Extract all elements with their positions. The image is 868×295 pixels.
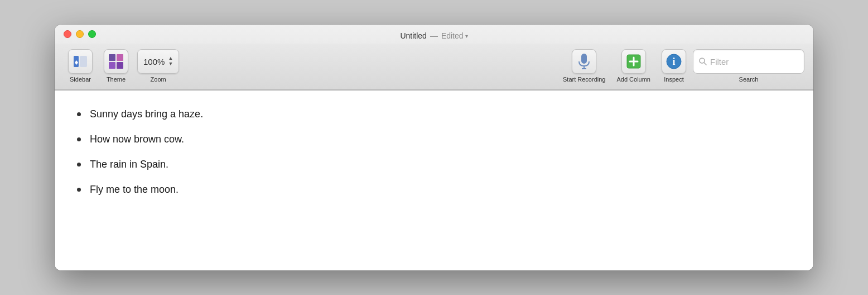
title-edited: Edited ▾ <box>441 31 468 40</box>
list-item-text: Sunny days bring a haze. <box>90 108 203 120</box>
search-container[interactable]: Filter Search <box>693 49 804 83</box>
add-column-icon <box>626 54 641 69</box>
add-column-icon-box <box>621 49 646 74</box>
svg-rect-7 <box>109 62 115 69</box>
bullet-dot <box>77 137 81 141</box>
search-icon <box>699 58 707 65</box>
minimize-button[interactable] <box>76 30 84 38</box>
chevron-down-icon: ▾ <box>465 33 468 39</box>
list-item: Fly me to the moon. <box>77 177 791 202</box>
close-button[interactable] <box>64 30 71 38</box>
title-text: Untitled <box>400 31 426 40</box>
list-item: The rain in Spain. <box>77 152 791 177</box>
zoom-label: Zoom <box>151 76 166 83</box>
bullet-dot <box>77 163 81 166</box>
bullet-dot <box>77 112 81 116</box>
search-field[interactable]: Filter <box>693 49 804 74</box>
list-item: How now brown cow. <box>77 127 791 152</box>
svg-rect-6 <box>117 54 123 61</box>
window-controls <box>64 30 96 38</box>
title-bar-top: Untitled — Edited ▾ <box>55 25 813 44</box>
title-bar: Untitled — Edited ▾ <box>55 25 813 91</box>
svg-rect-5 <box>109 54 115 61</box>
sidebar-button[interactable]: Sidebar <box>64 48 97 84</box>
list-item-text: The rain in Spain. <box>90 159 168 170</box>
add-column-button[interactable]: Add Column <box>612 48 655 84</box>
toolbar: Sidebar Theme 100% <box>55 44 813 90</box>
theme-button[interactable]: Theme <box>99 48 133 84</box>
title-separator: — <box>430 31 438 40</box>
search-placeholder-text: Filter <box>710 57 729 66</box>
bullet-list: Sunny days bring a haze.How now brown co… <box>77 102 791 202</box>
app-window: Untitled — Edited ▾ <box>55 25 813 270</box>
zoom-box: 100% ▲ ▼ <box>137 49 179 74</box>
svg-line-18 <box>704 63 706 65</box>
list-item-text: How now brown cow. <box>90 134 184 145</box>
list-item: Sunny days bring a haze. <box>77 102 791 127</box>
svg-text:i: i <box>672 56 675 67</box>
svg-rect-9 <box>581 54 587 64</box>
start-recording-label: Start Recording <box>563 76 605 83</box>
inspect-label: Inspect <box>664 76 683 83</box>
microphone-icon <box>578 54 590 69</box>
content-area: Sunny days bring a haze.How now brown co… <box>55 91 813 270</box>
window-title: Untitled — Edited ▾ <box>400 31 467 40</box>
sidebar-icon <box>74 56 87 67</box>
start-recording-icon-box <box>572 49 596 74</box>
add-column-label: Add Column <box>616 76 650 83</box>
stepper-down-icon: ▼ <box>168 61 173 67</box>
theme-label: Theme <box>107 76 126 83</box>
sidebar-icon-box <box>68 49 93 74</box>
inspect-icon: i <box>666 54 682 69</box>
inspect-button[interactable]: i Inspect <box>657 48 691 84</box>
maximize-button[interactable] <box>88 30 96 38</box>
zoom-button[interactable]: 100% ▲ ▼ Zoom <box>135 48 181 84</box>
theme-icon <box>109 54 123 69</box>
zoom-stepper: ▲ ▼ <box>168 56 173 67</box>
sidebar-label: Sidebar <box>70 76 91 83</box>
svg-rect-8 <box>117 62 123 69</box>
svg-rect-1 <box>80 56 87 67</box>
zoom-value: 100% <box>143 57 165 66</box>
start-recording-button[interactable]: Start Recording <box>558 48 610 84</box>
search-label: Search <box>739 76 759 83</box>
list-item-text: Fly me to the moon. <box>90 184 179 196</box>
theme-icon-box <box>104 49 128 74</box>
inspect-icon-box: i <box>662 49 686 74</box>
bullet-dot <box>77 188 81 192</box>
edited-label: Edited <box>441 31 464 40</box>
